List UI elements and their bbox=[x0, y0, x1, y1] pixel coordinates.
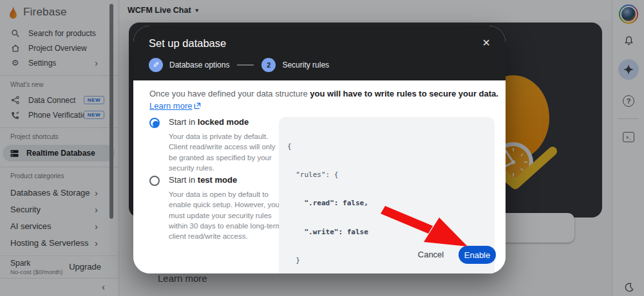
option-label[interactable]: Start in test mode bbox=[149, 175, 281, 185]
option-label-bold: locked mode bbox=[198, 117, 249, 127]
modal-header: Set up database × ✎ Database options 2 S… bbox=[133, 26, 506, 80]
code-line: "rules": { bbox=[287, 171, 486, 180]
step2-label: Security rules bbox=[282, 60, 329, 69]
option-label[interactable]: Start in locked mode bbox=[149, 117, 281, 127]
code-line: ".read": false, bbox=[287, 199, 486, 208]
intro-normal: Once you have defined your data structur… bbox=[149, 89, 310, 98]
step-connector bbox=[237, 64, 254, 66]
radio-test-mode[interactable] bbox=[149, 176, 160, 186]
modal-title: Set up database bbox=[149, 37, 490, 50]
enable-button[interactable]: Enable bbox=[459, 246, 496, 264]
learn-more-link[interactable]: Learn more bbox=[149, 101, 201, 111]
learn-more-label: Learn more bbox=[149, 101, 192, 111]
option-label-bold: test mode bbox=[198, 175, 237, 185]
radio-locked-mode[interactable] bbox=[149, 118, 160, 128]
intro-text: Once you have defined your data structur… bbox=[149, 89, 498, 98]
code-line: { bbox=[287, 142, 486, 152]
code-line: } bbox=[287, 256, 486, 266]
step2-circle: 2 bbox=[261, 58, 276, 72]
step1-circle: ✎ bbox=[149, 58, 163, 72]
cancel-button[interactable]: Cancel bbox=[412, 246, 450, 264]
option-test-mode: Start in test mode Your data is open by … bbox=[149, 175, 281, 242]
modal-body: Once you have defined your data structur… bbox=[133, 80, 506, 273]
step-indicator: ✎ Database options 2 Security rules bbox=[149, 58, 490, 72]
close-icon[interactable]: × bbox=[480, 33, 493, 51]
option-label-prefix: Start in bbox=[169, 117, 198, 127]
step2-number: 2 bbox=[267, 61, 270, 69]
option-label-prefix: Start in bbox=[169, 175, 198, 185]
option-description: Your data is private by default. Client … bbox=[149, 131, 283, 173]
step1-label: Database options bbox=[169, 60, 229, 69]
intro-bold: you will have to write rules to secure y… bbox=[310, 89, 498, 98]
setup-database-modal: Set up database × ✎ Database options 2 S… bbox=[133, 26, 506, 273]
option-locked-mode: Start in locked mode Your data is privat… bbox=[149, 117, 281, 173]
option-description: Your data is open by default to enable q… bbox=[149, 189, 283, 242]
firebase-console: Firebase Search for products Project Ove… bbox=[0, 0, 644, 296]
external-link-icon bbox=[194, 102, 201, 109]
code-line: ".write": false bbox=[287, 228, 486, 237]
pencil-icon: ✎ bbox=[153, 60, 159, 69]
